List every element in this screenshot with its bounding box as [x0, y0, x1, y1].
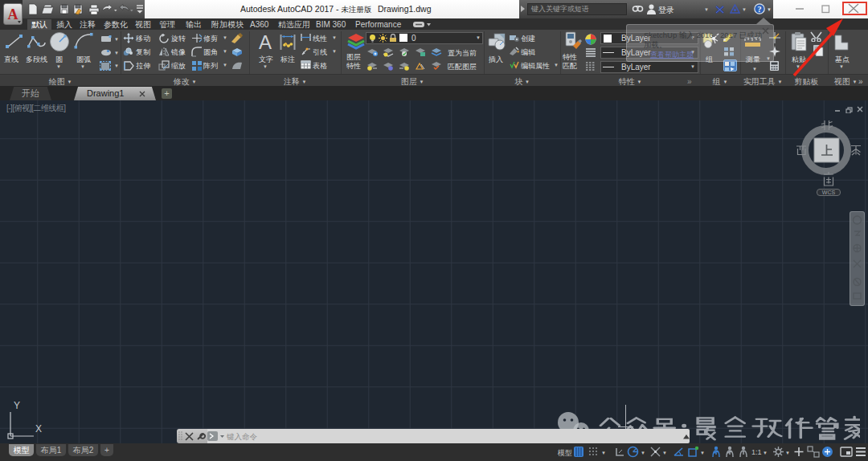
svg-text:A: A [259, 32, 272, 52]
svg-text:?: ? [758, 5, 762, 14]
svg-text:Y: Y [14, 400, 20, 411]
svg-text:A: A [8, 6, 18, 22]
svg-text:X: X [35, 423, 42, 434]
